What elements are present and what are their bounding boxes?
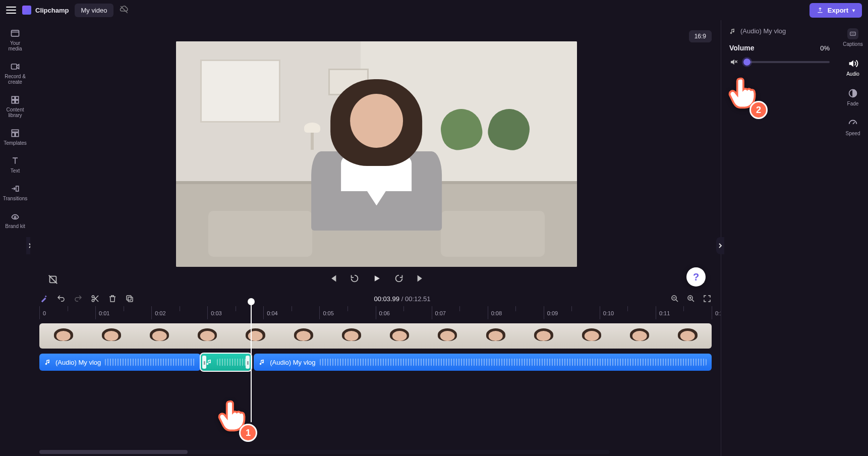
audio-clip-selected[interactable] — [201, 354, 251, 371]
ruler-minor-tick — [124, 306, 124, 311]
skip-forward-icon[interactable] — [416, 273, 427, 284]
svg-text:CC: CC — [851, 33, 855, 35]
tool-label: Fade — [847, 101, 859, 106]
tool-fade[interactable]: Fade — [840, 85, 866, 109]
rail-templates[interactable]: Templates — [2, 124, 29, 149]
rail-label: Text — [11, 168, 20, 174]
rail-transitions[interactable]: Transitions — [2, 180, 29, 204]
tool-speed[interactable]: Speed — [840, 115, 866, 139]
video-thumbnail[interactable] — [472, 323, 519, 349]
svg-line-19 — [676, 300, 678, 302]
ruler-tick-label: 0 — [43, 310, 46, 316]
zoom-in-icon[interactable] — [686, 294, 696, 303]
video-thumbnail[interactable] — [327, 323, 375, 349]
svg-rect-2 — [12, 64, 17, 69]
ruler-minor-tick — [180, 306, 180, 311]
upload-icon — [817, 7, 824, 14]
ruler-tick: 0 — [39, 306, 40, 319]
rail-content-library[interactable]: Content library — [2, 91, 29, 121]
ruler-tick: 0:05 — [319, 306, 320, 319]
rewind-5-icon[interactable] — [349, 273, 360, 284]
ruler-tick-label: 0:06 — [379, 310, 390, 316]
menu-icon[interactable] — [6, 7, 16, 14]
scissors-icon[interactable] — [91, 294, 100, 303]
collapse-right-panel-icon[interactable] — [716, 237, 724, 254]
video-thumbnail[interactable] — [279, 323, 327, 349]
skip-back-icon[interactable] — [327, 273, 338, 284]
chevron-down-icon: ▾ — [852, 8, 855, 13]
volume-slider-thumb[interactable] — [743, 59, 750, 66]
volume-mute-icon[interactable] — [729, 58, 738, 67]
timeline-ruler[interactable]: 00:010:020:030:040:050:060:070:080:090:1… — [39, 306, 712, 319]
redo-icon[interactable] — [74, 294, 83, 303]
media-icon — [10, 28, 20, 38]
tool-label: Audio — [846, 71, 859, 77]
play-button[interactable] — [371, 273, 382, 284]
video-preview[interactable] — [176, 41, 577, 267]
zoom-fit-icon[interactable] — [703, 294, 712, 303]
video-thumbnail[interactable] — [184, 323, 232, 349]
rail-text[interactable]: Text — [2, 152, 29, 177]
crop-off-icon[interactable] — [47, 274, 59, 285]
cloud-sync-off-icon[interactable] — [120, 5, 129, 16]
video-thumbnail[interactable] — [664, 323, 712, 349]
video-thumbnail[interactable] — [376, 323, 424, 349]
rail-brand-kit[interactable]: Brand kit — [2, 207, 29, 232]
ruler-tick-label: 0:10 — [603, 310, 614, 316]
aspect-ratio-button[interactable]: 16:9 — [689, 30, 712, 42]
audio-clip[interactable]: (Audio) My vlog — [39, 354, 201, 371]
magic-wand-icon[interactable] — [39, 294, 48, 303]
clip-handle-right[interactable] — [246, 356, 250, 369]
audio-icon — [847, 58, 858, 69]
tool-captions[interactable]: CC Captions — [840, 25, 866, 50]
rail-your-media[interactable]: Your media — [2, 24, 29, 54]
trash-icon[interactable] — [108, 294, 117, 303]
svg-rect-9 — [16, 133, 19, 137]
preview-scene — [176, 41, 577, 267]
total-duration: 00:12.51 — [405, 295, 431, 303]
left-rail: Your media Record & create Content libra… — [0, 20, 30, 456]
video-track[interactable] — [39, 323, 712, 349]
ruler-tick: 0:11 — [656, 306, 656, 319]
rail-label: Templates — [4, 140, 27, 146]
video-thumbnail[interactable] — [87, 323, 135, 349]
properties-panel: (Audio) My vlog Volume 0% — [721, 20, 838, 456]
project-title[interactable]: My video — [75, 4, 113, 17]
playback-time: 00:03.99 / 00:12.51 — [374, 295, 430, 303]
video-thumbnail[interactable] — [135, 323, 183, 349]
video-thumbnail[interactable] — [567, 323, 615, 349]
video-thumbnail[interactable] — [616, 323, 664, 349]
ruler-minor-tick — [571, 306, 572, 311]
forward-5-icon[interactable] — [393, 273, 404, 284]
volume-slider[interactable] — [743, 57, 830, 67]
waveform — [105, 359, 196, 366]
audio-clip[interactable]: (Audio) My vlog — [254, 354, 712, 371]
svg-point-11 — [14, 216, 16, 218]
rail-record-create[interactable]: Record & create — [2, 58, 29, 88]
ruler-tick: 0:08 — [488, 306, 488, 319]
ruler-tick-label: 0:07 — [435, 310, 446, 316]
timeline: 00:010:020:030:040:050:060:070:080:090:1… — [30, 304, 721, 376]
video-thumbnail[interactable] — [232, 323, 279, 349]
ruler-minor-tick — [683, 306, 684, 311]
svg-rect-3 — [12, 96, 15, 99]
video-thumbnail[interactable] — [519, 323, 567, 349]
export-button[interactable]: Export ▾ — [809, 3, 862, 18]
tool-audio[interactable]: Audio — [840, 55, 866, 80]
copy-icon[interactable] — [125, 294, 134, 303]
ruler-minor-tick — [459, 306, 460, 311]
brand[interactable]: Clipchamp — [22, 6, 69, 15]
timeline-scrollbar[interactable] — [39, 450, 610, 454]
rail-label: Content library — [3, 107, 28, 118]
help-button[interactable]: ? — [686, 267, 706, 287]
playhead[interactable] — [251, 301, 252, 422]
video-thumbnail[interactable] — [39, 323, 87, 349]
audio-track[interactable]: (Audio) My vlog(Audio) My vlog — [39, 354, 712, 371]
clip-handle-left[interactable] — [202, 356, 206, 369]
undo-icon[interactable] — [56, 294, 66, 303]
zoom-out-icon[interactable] — [670, 294, 679, 303]
svg-rect-4 — [16, 96, 19, 99]
ruler-tick: 0:07 — [432, 306, 432, 319]
ruler-tick: 0:12 — [712, 306, 712, 319]
video-thumbnail[interactable] — [424, 323, 472, 349]
